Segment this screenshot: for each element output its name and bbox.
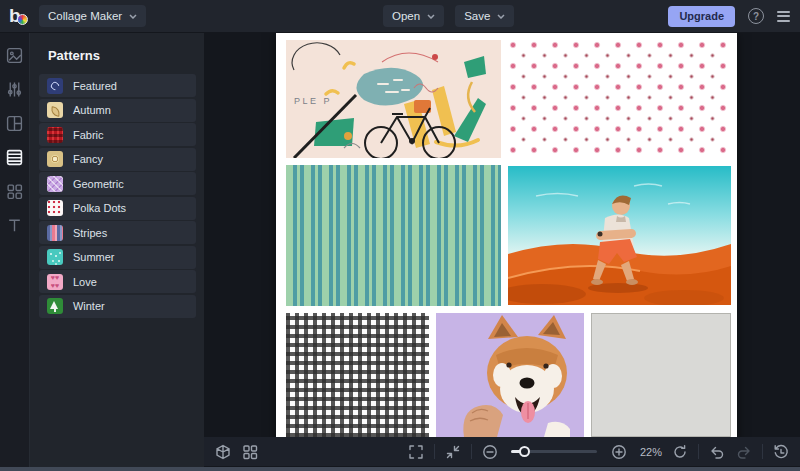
grid-icon [242,444,258,460]
pattern-label: Fancy [73,153,103,165]
chevron-down-icon [427,14,435,19]
chevron-down-icon [497,14,505,19]
plus-circle-icon [611,444,627,460]
history-clock-icon [773,444,789,460]
history-actions [671,443,790,461]
text-icon [6,217,23,234]
pattern-item-fancy[interactable]: Fancy [39,148,197,171]
pattern-label: Autumn [73,104,111,116]
toolbar-divider [471,444,472,459]
pattern-item-winter[interactable]: Winter [39,295,197,318]
toolbar-divider [434,444,435,459]
pattern-label: Winter [73,300,105,312]
collage-cell-mural-photo[interactable]: PLE P [286,40,501,158]
pattern-item-summer[interactable]: Summer [39,246,197,269]
minus-circle-icon [482,444,498,460]
pattern-label: Featured [73,80,117,92]
rail-item-templates[interactable] [6,47,23,64]
zoom-slider-handle[interactable] [519,446,530,457]
undo-icon [709,444,725,460]
toolbar-divider [762,444,763,459]
rail-item-adjust[interactable] [6,81,23,98]
cube-icon [215,444,231,460]
canvas-stage: PLE P [204,33,800,437]
open-button[interactable]: Open [383,5,444,27]
zoom-slider[interactable] [511,450,597,453]
pattern-label: Stripes [73,227,107,239]
reset-button[interactable] [671,443,689,461]
polka-dots-icon [47,200,63,216]
featured-swirl-icon [47,78,63,94]
fit-to-screen-button[interactable] [444,443,462,461]
main-body: Patterns Featured Autumn Fabric Fancy [0,33,800,467]
pattern-item-polka-dots[interactable]: Polka Dots [39,197,197,220]
open-label: Open [392,10,420,22]
patterns-panel: Patterns Featured Autumn Fabric Fancy [30,33,205,467]
collage-cell-pink-stars-pattern[interactable] [508,40,731,158]
rail-item-text[interactable] [6,217,23,234]
collage-cell-teal-stripes-pattern[interactable] [286,165,501,306]
pattern-label: Geometric [73,178,124,190]
collage-cell-man-on-dune-photo[interactable] [508,166,731,305]
collage-cell-empty-gray[interactable] [591,313,731,437]
mural-bicycle-illustration: PLE P [286,40,501,158]
app-menu-label: Collage Maker [48,10,122,22]
panel-title: Patterns [48,48,205,63]
question-mark-icon: ? [753,11,759,22]
collage-canvas[interactable]: PLE P [276,33,737,437]
upgrade-button[interactable]: Upgrade [668,6,735,27]
bottom-toolbar: 22% [204,437,800,466]
fullscreen-button[interactable] [407,443,425,461]
zoom-out-button[interactable] [481,443,499,461]
pattern-item-love[interactable]: Love [39,270,197,293]
header-right-actions: Upgrade ? [668,6,800,27]
grid-view-button[interactable] [241,443,259,461]
logo-color-dot-icon [17,14,28,25]
tool-rail [0,33,30,467]
pattern-item-fabric[interactable]: Fabric [39,123,197,146]
pattern-item-autumn[interactable]: Autumn [39,99,197,122]
befunky-logo[interactable]: b [9,5,31,27]
bottom-edge-strip [0,467,800,471]
apps-grid-icon [6,183,23,200]
top-bar: b Collage Maker Open Save Upgrade ? [0,0,800,33]
zoom-level-value: 22% [640,446,662,458]
collage-cell-shiba-dog-photo[interactable] [436,313,584,437]
save-label: Save [464,10,490,22]
autumn-leaf-icon [47,102,63,118]
pattern-label: Fabric [73,129,104,141]
collage-cell-gingham-pattern[interactable] [286,313,429,437]
file-actions: Open Save [383,5,514,27]
rail-item-patterns[interactable] [6,149,23,166]
undo-button[interactable] [708,443,726,461]
layers-3d-button[interactable] [214,443,232,461]
pattern-label: Love [73,276,97,288]
rail-item-elements[interactable] [6,183,23,200]
chevron-down-icon [129,14,137,19]
pattern-item-featured[interactable]: Featured [39,74,197,97]
rail-item-layouts[interactable] [6,115,23,132]
zoom-in-button[interactable] [610,443,628,461]
hamburger-menu-button[interactable] [777,11,790,22]
pattern-item-geometric[interactable]: Geometric [39,172,197,195]
mural-text: PLE P [294,96,332,106]
love-hearts-icon [47,274,63,290]
save-button[interactable]: Save [455,5,514,27]
app-window: b Collage Maker Open Save Upgrade ? [0,0,800,471]
summer-doodle-icon [47,249,63,265]
sliders-icon [6,81,23,98]
pattern-label: Summer [73,251,115,263]
toolbar-divider [698,444,699,459]
redo-button[interactable] [735,443,753,461]
redo-icon [736,444,752,460]
help-button[interactable]: ? [748,8,764,24]
pattern-item-stripes[interactable]: Stripes [39,221,197,244]
stripes-icon [47,225,63,241]
app-menu-button[interactable]: Collage Maker [39,5,146,27]
image-icon [6,47,23,64]
winter-tree-icon [47,298,63,314]
expand-icon [408,444,424,460]
history-button[interactable] [772,443,790,461]
upgrade-label: Upgrade [679,10,724,22]
shiba-dog-illustration [436,313,584,437]
